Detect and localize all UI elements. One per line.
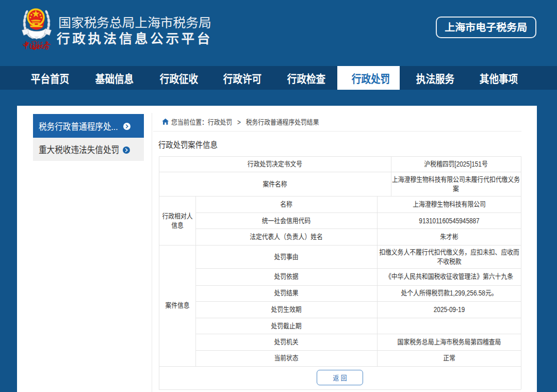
svg-text:中国税务: 中国税务 [21, 40, 52, 51]
